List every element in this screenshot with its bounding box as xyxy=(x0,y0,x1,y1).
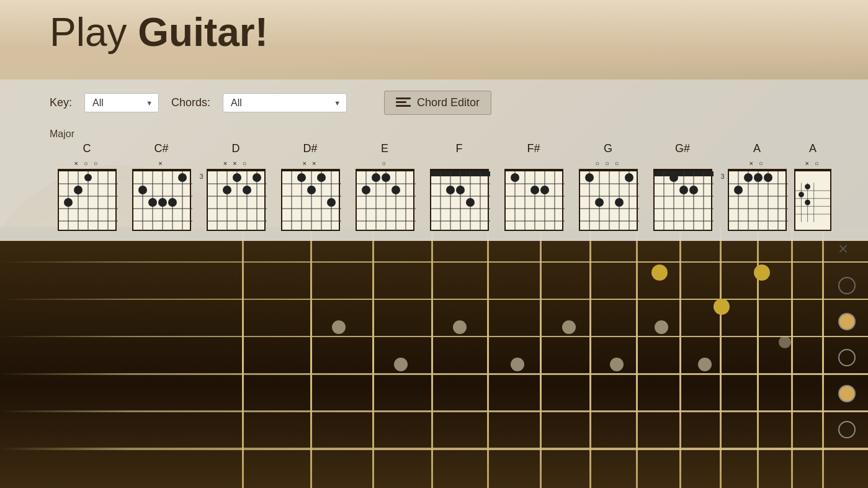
svg-point-11 xyxy=(64,198,73,207)
fret-dot xyxy=(394,358,408,371)
chord-name-D: D xyxy=(232,142,240,155)
key-select[interactable]: All CC#D D#EF F#GG# AA#B xyxy=(84,93,159,112)
chord-item-D[interactable]: D × × ○ xyxy=(199,142,273,231)
chord-item-E[interactable]: E ○ xyxy=(347,142,422,231)
chord-item-G[interactable]: G ○ ○ ○ xyxy=(571,142,645,231)
chord-markers-Csharp: × xyxy=(158,159,164,168)
chord-item-C[interactable]: C × ○ ○ xyxy=(50,142,124,231)
chord-fret-num-Csharp: 3 xyxy=(199,173,203,180)
chord-name-C: C xyxy=(83,142,91,155)
svg-point-36 xyxy=(253,173,261,182)
chord-diagram-Fsharp xyxy=(504,169,563,231)
string-6 xyxy=(0,448,868,450)
chord-fret-num-Gsharp: 3 xyxy=(720,173,724,180)
fretboard: × xyxy=(0,227,868,488)
app-title-normal: Play xyxy=(50,10,138,55)
svg-point-89 xyxy=(540,186,549,194)
svg-point-136 xyxy=(805,184,810,189)
svg-point-125 xyxy=(744,173,753,182)
chord-item-Gsharp[interactable]: G# 3 xyxy=(645,142,720,231)
svg-point-99 xyxy=(585,173,594,182)
chord-item-F[interactable]: F xyxy=(422,142,496,231)
svg-point-63 xyxy=(362,186,370,194)
fret-dot xyxy=(655,320,668,334)
chord-markers-C: × ○ ○ xyxy=(74,159,100,168)
chord-markers-A: × ○ xyxy=(749,159,764,168)
chords-select[interactable]: All MajorMinor7th Major 7thMinor 7th Sus… xyxy=(223,93,347,112)
header-area: Play Guitar! xyxy=(0,0,868,79)
svg-point-62 xyxy=(382,173,390,182)
chords-label: Chords: xyxy=(171,96,210,109)
svg-point-24 xyxy=(158,198,167,207)
chord-diagram-Csharp: 3 xyxy=(132,169,191,231)
app-title: Play Guitar! xyxy=(50,12,268,52)
key-label: Key: xyxy=(50,96,72,109)
controls-bar: Key: All CC#D D#EF F#GG# AA#B Chords: Al… xyxy=(0,79,868,241)
string-2 xyxy=(0,299,868,300)
svg-point-64 xyxy=(391,186,400,194)
chord-markers-E: ○ xyxy=(382,159,388,168)
chord-editor-label: Chord Editor xyxy=(417,96,480,109)
fret-dot xyxy=(453,320,467,334)
svg-point-22 xyxy=(138,186,147,194)
svg-point-75 xyxy=(446,186,455,194)
chord-markers-Asharp: × ○ xyxy=(805,159,820,168)
svg-point-102 xyxy=(615,198,624,207)
chord-name-G: G xyxy=(604,142,612,155)
chord-name-Asharp: A xyxy=(809,142,817,155)
icon-line-2 xyxy=(396,101,406,103)
chord-diagram-Asharp xyxy=(794,169,831,231)
chord-diagram-Gsharp: 3 xyxy=(653,169,712,231)
chord-name-F: F xyxy=(456,142,463,155)
chord-name-Dsharp: D# xyxy=(303,142,317,155)
fret-dot xyxy=(332,320,346,334)
chord-item-Asharp[interactable]: A × ○ xyxy=(794,142,831,231)
icon-line-1 xyxy=(396,97,411,99)
chord-diagram-C xyxy=(58,169,117,231)
fret-dot-highlight xyxy=(754,264,770,281)
string-3 xyxy=(0,336,868,337)
chords-row: C × ○ ○ xyxy=(0,142,868,231)
chord-item-A[interactable]: A × ○ xyxy=(720,142,794,231)
svg-point-126 xyxy=(754,173,763,182)
svg-point-49 xyxy=(317,173,326,182)
chord-diagram-F xyxy=(430,169,489,231)
svg-point-38 xyxy=(243,186,251,194)
svg-point-51 xyxy=(327,198,336,207)
controls-row: Key: All CC#D D#EF F#GG# AA#B Chords: Al… xyxy=(0,79,868,126)
chord-diagram-A xyxy=(728,169,787,231)
marker-empty xyxy=(838,349,856,366)
icon-line-3 xyxy=(396,105,411,107)
chord-diagram-E xyxy=(356,169,414,231)
svg-point-21 xyxy=(178,173,187,182)
key-select-wrapper[interactable]: All CC#D D#EF F#GG# AA#B xyxy=(84,93,159,112)
fret-dot xyxy=(779,336,791,348)
chords-select-wrapper[interactable]: All MajorMinor7th Major 7thMinor 7th Sus… xyxy=(223,93,347,112)
chord-item-Fsharp[interactable]: F# xyxy=(496,142,571,231)
svg-point-128 xyxy=(734,186,743,194)
chord-diagram-G xyxy=(579,169,638,231)
svg-point-137 xyxy=(799,192,804,197)
svg-point-127 xyxy=(764,173,772,182)
svg-point-9 xyxy=(74,186,83,194)
marker-filled xyxy=(838,385,856,402)
chord-item-Dsharp[interactable]: D# × × xyxy=(273,142,347,231)
category-label: Major xyxy=(0,126,868,142)
svg-point-23 xyxy=(148,198,157,207)
svg-point-88 xyxy=(530,186,539,194)
fret-dot xyxy=(562,320,576,334)
right-markers xyxy=(838,277,856,438)
app-title-bold: Guitar! xyxy=(138,10,268,55)
chord-name-Fsharp: F# xyxy=(527,142,540,155)
fret-dot xyxy=(511,358,524,371)
svg-point-50 xyxy=(307,186,316,194)
svg-point-115 xyxy=(689,186,698,194)
string-1 xyxy=(0,261,868,263)
svg-point-113 xyxy=(669,173,678,182)
marker-empty xyxy=(838,277,856,294)
chord-markers-Dsharp: × × xyxy=(303,159,318,168)
svg-point-37 xyxy=(223,186,231,194)
chord-item-Csharp[interactable]: C# × 3 xyxy=(124,142,199,231)
chord-name-A: A xyxy=(753,142,761,155)
chord-editor-button[interactable]: Chord Editor xyxy=(384,91,491,115)
